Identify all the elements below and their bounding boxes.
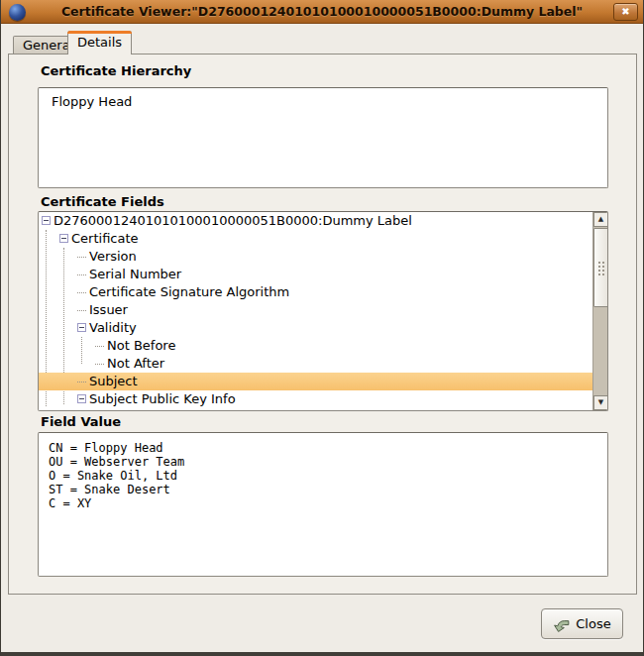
- tree-branch-dash: [77, 310, 86, 311]
- tree-row-label: Certificate Signature Algorithm: [89, 283, 289, 301]
- certificate-hierarchy-box[interactable]: Floppy Head: [38, 87, 608, 188]
- tree-branch-dash: [77, 274, 86, 275]
- tree-rows: D27600012401010100010000051B0000:Dummy L…: [39, 212, 592, 410]
- tree-row[interactable]: Validity: [39, 319, 592, 337]
- tree-branch-dash: [95, 364, 104, 365]
- field-value-text: CN = Floppy HeadOU = Webserver TeamO = S…: [39, 433, 607, 510]
- close-button-label: Close: [576, 616, 610, 631]
- tree-row-label: Serial Number: [89, 266, 181, 283]
- scroll-up-icon[interactable]: ▲: [593, 212, 608, 227]
- tree-row[interactable]: D27600012401010100010000051B0000:Dummy L…: [39, 212, 592, 230]
- tree-row[interactable]: Subject Public Key Info: [39, 390, 592, 408]
- field-value-line: C = XY: [49, 496, 607, 510]
- tree-row-selected[interactable]: Subject: [39, 373, 592, 390]
- field-value-line: OU = Webserver Team: [49, 455, 607, 469]
- scrollbar-grip: [597, 261, 605, 276]
- tree-row-label: Issuer: [89, 301, 128, 319]
- tree-row[interactable]: Not Before: [39, 337, 592, 355]
- tree-row[interactable]: Serial Number: [39, 266, 592, 283]
- certificate-viewer-window: Certificate Viewer:"D2760001240101010001…: [0, 0, 644, 656]
- tree-row[interactable]: Version: [39, 248, 592, 266]
- window-title: Certificate Viewer:"D2760001240101010001…: [1, 4, 643, 19]
- collapse-expander-icon[interactable]: [59, 234, 68, 243]
- titlebar[interactable]: Certificate Viewer:"D2760001240101010001…: [1, 0, 643, 24]
- tree-row-label: Subject: [89, 373, 138, 390]
- certificate-fields-tree[interactable]: D27600012401010100010000051B0000:Dummy L…: [38, 211, 608, 411]
- tree-row[interactable]: Issuer: [39, 301, 592, 319]
- field-value-line: CN = Floppy Head: [49, 441, 607, 455]
- tree-branch-dash: [77, 292, 86, 293]
- tree-branch-dash: [95, 346, 104, 347]
- close-button[interactable]: Close: [541, 608, 623, 639]
- tree-row[interactable]: Certificate: [39, 230, 592, 248]
- window-close-button[interactable]: ✖: [613, 3, 638, 21]
- collapse-expander-icon[interactable]: [42, 216, 51, 225]
- tree-row-label: Not After: [107, 355, 164, 373]
- hierarchy-item[interactable]: Floppy Head: [39, 88, 607, 109]
- tree-branch-dash: [77, 257, 86, 258]
- scrollbar-thumb[interactable]: [593, 228, 608, 307]
- tree-row[interactable]: Certificate Signature Algorithm: [39, 283, 592, 301]
- field-value-box[interactable]: CN = Floppy HeadOU = Webserver TeamO = S…: [38, 432, 608, 577]
- tree-row-label: Certificate: [71, 230, 139, 248]
- scroll-down-icon[interactable]: ▼: [593, 395, 608, 410]
- tree-row-label: Not Before: [107, 337, 175, 355]
- tree-row-label: D27600012401010100010000051B0000:Dummy L…: [54, 212, 412, 230]
- field-value-line: ST = Snake Desert: [49, 483, 607, 496]
- field-value-line: O = Snake Oil, Ltd: [49, 469, 607, 483]
- collapse-expander-icon[interactable]: [77, 323, 86, 332]
- tree-row-label: Validity: [89, 319, 137, 337]
- tree-row-label: Version: [89, 248, 137, 266]
- tree-row[interactable]: Not After: [39, 355, 592, 373]
- close-arrow-icon: [553, 615, 571, 633]
- tree-row-label: Subject Public Key Info: [89, 390, 236, 408]
- field-value-label: Field Value: [41, 414, 121, 429]
- globe-icon: [9, 4, 26, 21]
- collapse-expander-icon[interactable]: [77, 394, 86, 403]
- tree-branch-dash: [77, 382, 86, 383]
- dialog-body: General Details Certificate Hierarchy Fl…: [1, 24, 643, 652]
- certificate-fields-label: Certificate Fields: [41, 194, 164, 209]
- certificate-hierarchy-label: Certificate Hierarchy: [41, 63, 191, 78]
- tree-scrollbar[interactable]: ▲ ▼: [592, 212, 607, 410]
- tab-details[interactable]: Details: [67, 31, 132, 55]
